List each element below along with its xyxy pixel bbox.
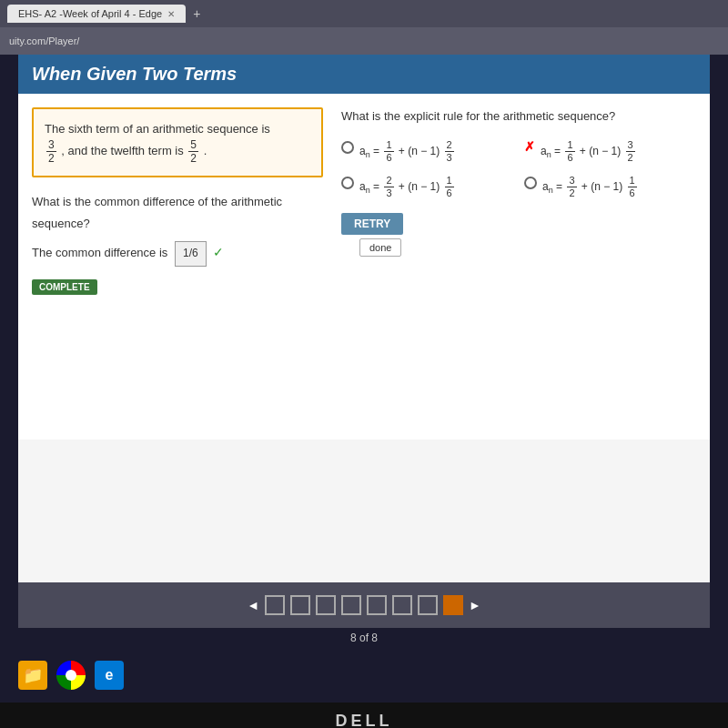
problem-description: The sixth term of an arithmetic sequence… — [45, 120, 310, 165]
radio-a[interactable] — [341, 141, 354, 154]
nav-square-4[interactable] — [341, 595, 361, 615]
problem-box: The sixth term of an arithmetic sequence… — [32, 107, 323, 177]
nav-square-6[interactable] — [392, 595, 412, 615]
dell-logo: DELL — [336, 712, 393, 729]
common-diff-question: What is the common difference of the ari… — [32, 191, 323, 234]
browser-tab[interactable]: EHS- A2 -Week of April 4 - Edge ✕ — [7, 5, 186, 23]
radio-c[interactable] — [341, 177, 354, 189]
main-content: The sixth term of an arithmetic sequence… — [18, 94, 710, 440]
screen: When Given Two Terms The sixth term of a… — [18, 55, 710, 582]
frac-1-6-d: 1 6 — [628, 175, 637, 199]
nav-square-2[interactable] — [290, 595, 310, 615]
button-area: RETRY done — [341, 199, 696, 257]
new-tab-button[interactable]: + — [186, 3, 207, 25]
frac-3-2-b: 3 2 — [626, 139, 635, 164]
page-title: When Given Two Terms — [32, 64, 237, 84]
option-a-formula: an = 1 6 + (n − 1) 2 3 — [359, 139, 456, 164]
nav-square-8[interactable] — [443, 595, 463, 615]
common-diff-answer: 1/6 — [175, 241, 207, 267]
common-diff-answer-line: The common difference is 1/6 ✓ — [32, 241, 323, 267]
term6-fraction: 3 2 — [46, 138, 56, 166]
taskbar: 📁 e — [0, 648, 728, 703]
option-a[interactable]: an = 1 6 + (n − 1) 2 3 — [341, 139, 513, 164]
tab-bar: EHS- A2 -Week of April 4 - Edge ✕ + — [0, 0, 728, 27]
option-c[interactable]: an = 2 3 + (n − 1) 1 6 — [341, 175, 513, 199]
term12-fraction: 5 2 — [188, 138, 198, 166]
option-b-formula: an = 1 6 + (n − 1) 3 2 — [541, 139, 637, 164]
option-b[interactable]: ✗ an = 1 6 + (n − 1) 3 2 — [524, 139, 696, 164]
frac-1-6-a: 1 6 — [384, 139, 393, 164]
option-d[interactable]: an = 3 2 + (n − 1) 1 6 — [524, 175, 696, 199]
nav-square-5[interactable] — [367, 595, 387, 615]
complete-badge: COMPLETE — [32, 278, 323, 295]
retry-button[interactable]: RETRY — [341, 213, 403, 235]
option-d-formula: an = 3 2 + (n − 1) 1 6 — [542, 175, 639, 199]
option-c-formula: an = 2 3 + (n − 1) 1 6 — [359, 175, 456, 199]
browser-chrome: EHS- A2 -Week of April 4 - Edge ✕ + uity… — [0, 0, 728, 55]
right-question: What is the explicit rule for the arithm… — [341, 107, 696, 126]
nav-square-3[interactable] — [316, 595, 336, 615]
taskbar-folder-icon[interactable]: 📁 — [18, 661, 47, 690]
radio-d[interactable] — [524, 177, 537, 189]
frac-1-6-c: 1 6 — [445, 175, 454, 199]
next-button[interactable]: ► — [469, 598, 481, 612]
nav-square-7[interactable] — [418, 595, 438, 615]
left-panel: The sixth term of an arithmetic sequence… — [32, 107, 323, 426]
frac-3-2-d: 3 2 — [567, 175, 576, 199]
taskbar-edge-icon[interactable]: e — [95, 661, 124, 690]
page-header: When Given Two Terms — [18, 55, 710, 94]
nav-bar: ◄ ► — [18, 582, 710, 628]
right-panel: What is the explicit rule for the arithm… — [341, 107, 696, 426]
wrong-mark: ✗ — [524, 139, 535, 154]
common-diff-section: What is the common difference of the ari… — [32, 191, 323, 266]
page-count: 8 of 8 — [18, 632, 710, 648]
tab-title: EHS- A2 -Week of April 4 - Edge — [18, 8, 162, 19]
dell-area: DELL — [0, 703, 728, 728]
frac-1-6-b: 1 6 — [565, 139, 574, 164]
frac-2-3-a: 2 3 — [445, 139, 454, 164]
options-grid: an = 1 6 + (n − 1) 2 3 ✗ — [341, 139, 696, 200]
checkmark-icon: ✓ — [213, 245, 224, 259]
prev-button[interactable]: ◄ — [247, 598, 259, 612]
url-text: uity.com/Player/ — [9, 35, 79, 46]
frac-2-3-c: 2 3 — [384, 175, 393, 199]
tab-close-icon[interactable]: ✕ — [167, 9, 175, 19]
done-button[interactable]: done — [359, 238, 401, 257]
nav-square-1[interactable] — [265, 595, 285, 615]
taskbar-chrome-icon[interactable] — [56, 661, 86, 690]
address-bar[interactable]: uity.com/Player/ — [0, 27, 728, 55]
